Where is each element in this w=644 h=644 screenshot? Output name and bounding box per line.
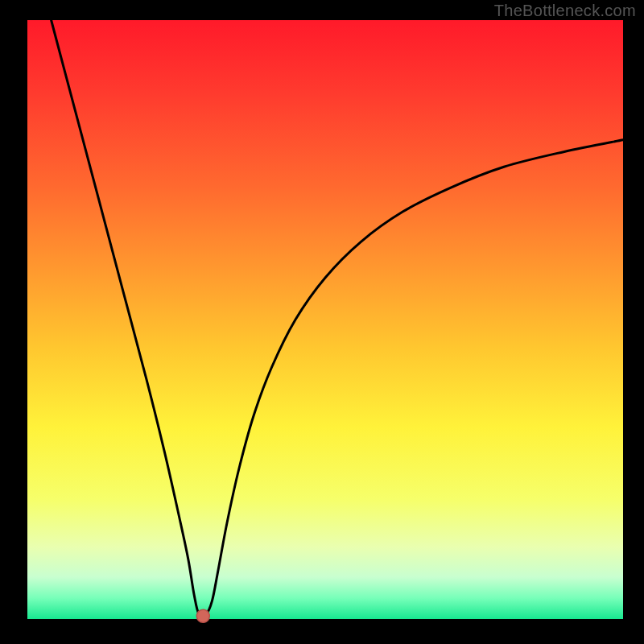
optimum-marker-icon [196, 609, 209, 622]
bottleneck-chart [0, 0, 644, 644]
chart-frame: { "watermark": "TheBottleneck.com", "col… [0, 0, 644, 644]
plot-background [27, 20, 623, 619]
